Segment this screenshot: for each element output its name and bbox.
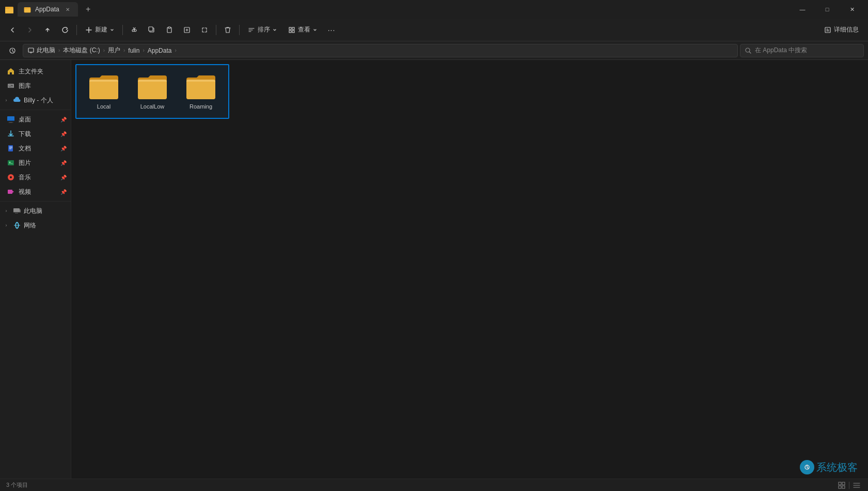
new-dropdown-icon: [110, 28, 114, 32]
tab-close-button[interactable]: ✕: [64, 5, 72, 13]
desktop-icon: [6, 115, 15, 124]
sort-icon: [248, 26, 255, 34]
folder-item-roaming[interactable]: Roaming: [178, 69, 224, 114]
downloads-pin-icon: 📌: [60, 131, 67, 137]
copy-button[interactable]: [144, 22, 160, 38]
search-placeholder: 在 AppData 中搜索: [755, 46, 807, 55]
sidebar-item-this-pc[interactable]: › 此电脑: [0, 204, 71, 218]
this-pc-icon: [12, 206, 22, 216]
statusbar-list-view-button[interactable]: [851, 480, 862, 490]
folder-name-locallow: LocalLow: [140, 103, 164, 110]
sort-button[interactable]: 排序: [243, 22, 282, 38]
sidebar-billy-label: Billy - 个人: [24, 96, 53, 105]
maximize-button[interactable]: □: [815, 1, 839, 18]
sidebar-item-videos[interactable]: 视频 📌: [0, 185, 71, 199]
breadcrumb-this-pc[interactable]: 此电脑: [36, 46, 56, 55]
svg-rect-1: [5, 8, 13, 13]
detail-info-button[interactable]: 详细信息: [819, 22, 864, 38]
sidebar-item-billy[interactable]: › Billy - 个人: [0, 93, 71, 108]
billy-cloud-icon: [12, 96, 22, 105]
breadcrumb-area[interactable]: 此电脑 › 本地磁盘 (C:) › 用户 › fulin › AppData ›: [23, 44, 738, 57]
folder-item-local[interactable]: Local: [81, 69, 127, 114]
title-bar: AppData ✕ + — □ ✕: [0, 0, 868, 19]
tab-appdata[interactable]: AppData ✕: [18, 2, 78, 17]
close-button[interactable]: ✕: [840, 1, 864, 18]
expand-button[interactable]: [196, 22, 213, 38]
breadcrumb-fulin[interactable]: fulin: [127, 47, 140, 54]
refresh-button[interactable]: [57, 22, 73, 38]
svg-rect-4: [24, 8, 30, 12]
breadcrumb-sep-4: ›: [143, 48, 144, 53]
up-button[interactable]: [39, 22, 56, 38]
sidebar-desktop-label: 桌面: [19, 115, 31, 124]
pictures-icon: [6, 158, 15, 167]
breadcrumb-local-disk[interactable]: 本地磁盘 (C:): [62, 46, 101, 55]
search-area[interactable]: 在 AppData 中搜索: [740, 44, 864, 57]
svg-rect-25: [8, 122, 13, 123]
svg-rect-23: [7, 120, 14, 121]
view-button[interactable]: 查看: [283, 22, 322, 38]
content-area: 主文件夹 图库 › Billy - 个人 桌面 📌: [0, 60, 868, 479]
expand-icon: [201, 27, 208, 33]
folder-selection-box: Local LocalLow: [75, 64, 229, 119]
folder-item-locallow[interactable]: LocalLow: [129, 69, 176, 114]
title-bar-left: AppData ✕ +: [4, 2, 791, 17]
sidebar-item-music[interactable]: 音乐 📌: [0, 170, 71, 185]
watermark: 系统极客: [800, 460, 858, 474]
breadcrumb-users[interactable]: 用户: [107, 46, 121, 55]
back-button[interactable]: [4, 22, 21, 38]
sidebar-item-downloads[interactable]: 下载 📌: [0, 127, 71, 141]
svg-rect-13: [289, 30, 291, 33]
toolbar-separator-4: [239, 25, 240, 35]
new-label: 新建: [95, 25, 107, 34]
svg-rect-17: [28, 48, 34, 52]
folder-icon-roaming: [185, 73, 216, 100]
music-icon: [6, 173, 15, 182]
folder-icon-local: [88, 73, 119, 100]
sidebar-item-gallery[interactable]: 图库: [0, 79, 71, 93]
address-history-button[interactable]: [4, 42, 21, 59]
new-tab-button[interactable]: +: [81, 2, 96, 17]
documents-icon: [6, 144, 15, 153]
breadcrumb-sep-1: ›: [58, 48, 60, 53]
view-dropdown-icon: [313, 28, 317, 32]
copy-path-button[interactable]: [179, 22, 195, 38]
detail-info-icon: [824, 26, 831, 34]
sidebar-item-pictures[interactable]: 图片 📌: [0, 156, 71, 170]
svg-rect-37: [839, 482, 841, 485]
sidebar-videos-label: 视频: [19, 188, 31, 196]
sidebar-network-label: 网络: [24, 221, 36, 230]
svg-rect-39: [839, 486, 841, 488]
statusbar-grid-view-button[interactable]: [837, 480, 847, 490]
sidebar-item-desktop[interactable]: 桌面 📌: [0, 112, 71, 127]
sidebar-item-network[interactable]: › 网络: [0, 218, 71, 233]
view-label: 查看: [298, 25, 310, 34]
svg-rect-22: [7, 116, 14, 121]
cut-icon: [131, 26, 138, 34]
svg-rect-33: [13, 212, 20, 212]
sidebar-gallery-label: 图库: [19, 82, 31, 90]
cut-button[interactable]: [126, 22, 143, 38]
more-button[interactable]: ···: [323, 22, 340, 38]
documents-pin-icon: 📌: [60, 146, 67, 151]
detail-info-label: 详细信息: [834, 25, 859, 34]
paste-button[interactable]: [161, 22, 178, 38]
breadcrumb-appdata[interactable]: AppData: [147, 47, 173, 54]
svg-point-30: [10, 176, 12, 178]
new-button[interactable]: 新建: [80, 22, 119, 38]
svg-rect-32: [13, 208, 20, 212]
breadcrumb-sep-5: ›: [175, 48, 176, 53]
folder-name-roaming: Roaming: [190, 103, 212, 110]
folder-name-local: Local: [97, 103, 111, 110]
forward-button[interactable]: [22, 22, 38, 38]
folder-icon-locallow: [137, 73, 168, 100]
sidebar-item-documents[interactable]: 文档 📌: [0, 141, 71, 156]
minimize-button[interactable]: —: [791, 1, 814, 18]
delete-button[interactable]: [219, 22, 236, 38]
gallery-icon: [6, 81, 15, 90]
paste-icon: [166, 26, 173, 34]
sort-label: 排序: [258, 25, 270, 34]
sidebar-home-label: 主文件夹: [19, 67, 43, 76]
breadcrumb-sep-2: ›: [103, 48, 105, 53]
sidebar-item-home[interactable]: 主文件夹: [0, 64, 71, 79]
